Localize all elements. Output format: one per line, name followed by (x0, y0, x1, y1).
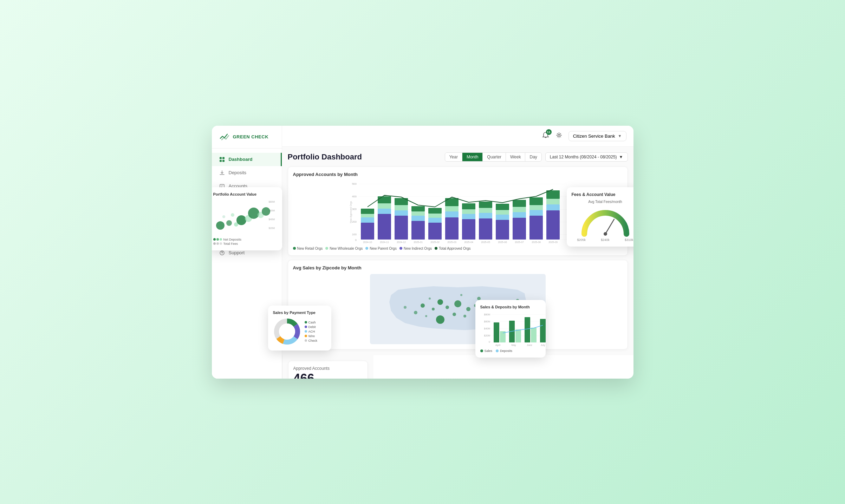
sales-deposits-title: Sales & Deposits by Month (480, 305, 541, 309)
svg-point-14 (222, 254, 222, 254)
svg-rect-53 (462, 219, 475, 240)
debit-label: Debit (308, 325, 316, 329)
svg-point-101 (463, 315, 466, 318)
svg-rect-58 (479, 213, 492, 218)
period-year-button[interactable]: Year (445, 153, 462, 161)
total-fees-dot2 (216, 242, 219, 245)
svg-text:200: 200 (352, 220, 357, 223)
portfolio-total-fees-legend: Total Fees (213, 242, 277, 246)
sidebar-item-deposits[interactable]: Deposits (212, 166, 282, 179)
deposits-legend-item: Deposits (496, 349, 512, 353)
map-chart-title: Avg Sales by Zipcode by Month (293, 265, 623, 270)
total-fees-label: Total Fees (223, 242, 238, 246)
svg-rect-48 (428, 208, 442, 214)
sales-legend-item: Sales (480, 349, 493, 353)
svg-rect-50 (445, 211, 459, 217)
settings-button[interactable] (555, 131, 563, 141)
svg-rect-75 (546, 199, 560, 204)
legend-wholesale-label: New Wholesale Orgs (330, 247, 363, 250)
period-month-button[interactable]: Month (462, 153, 483, 161)
sales-dot (480, 349, 483, 352)
svg-text:$40M: $40M (484, 327, 490, 330)
check-label: Check (308, 339, 318, 342)
svg-point-90 (421, 303, 425, 308)
svg-rect-59 (479, 208, 492, 213)
svg-text:July: July (540, 344, 545, 347)
period-quarter-button[interactable]: Quarter (483, 153, 506, 161)
svg-text:$20M: $20M (484, 334, 490, 337)
sales-deposits-legend: Sales Deposits (480, 349, 541, 353)
svg-rect-57 (479, 218, 492, 240)
ach-label: ACH (308, 330, 315, 333)
svg-text:$60M: $60M (484, 320, 490, 323)
legend-total: Total Approved Orgs (435, 247, 471, 250)
svg-rect-51 (445, 206, 459, 211)
legend-wholesale-color (325, 247, 328, 250)
approved-accounts-value: 466 (293, 372, 363, 379)
app-header: 11 Citizen Service Bank ▼ (282, 126, 633, 147)
gauge-label: Avg Total Fees/month (572, 200, 633, 204)
svg-text:2025-04: 2025-04 (464, 241, 473, 243)
date-range-chevron-icon: ▼ (619, 155, 623, 159)
svg-point-144 (279, 323, 295, 340)
payment-ach: ACH (305, 330, 318, 333)
period-day-button[interactable]: Day (525, 153, 541, 161)
svg-rect-32 (361, 209, 374, 214)
svg-text:500: 500 (352, 182, 357, 185)
us-map (293, 274, 623, 344)
svg-text:100: 100 (352, 233, 357, 236)
svg-point-100 (453, 313, 456, 316)
logo-area: GREEN CHECK (212, 126, 282, 149)
svg-text:2025-05: 2025-05 (481, 241, 490, 243)
svg-point-15 (558, 134, 560, 136)
legend-parent: New Parent Orgs (365, 247, 397, 250)
sidebar-item-deposits-label: Deposits (229, 170, 247, 175)
svg-rect-69 (529, 216, 543, 240)
net-deposits-label: Net Deposits (223, 238, 242, 241)
notification-badge: 11 (546, 129, 552, 135)
date-range-selector[interactable]: Last 12 Months (08/2024 - 08/2025) ▼ (545, 152, 628, 162)
svg-text:2025-08: 2025-08 (532, 241, 541, 243)
svg-point-127 (226, 220, 232, 226)
svg-text:$80M: $80M (268, 201, 275, 203)
charts-row-2: Avg Sales by Zipcode by Month (288, 260, 628, 349)
content-area: Portfolio Dashboard Year Month Quarter W… (282, 147, 633, 379)
sales-deposits-chart: $80M $60M $40M $20M 0 April (480, 312, 547, 347)
approved-accounts-label: Approved Accounts (293, 366, 363, 371)
svg-text:April: April (495, 344, 500, 347)
fees-card-title: Fees & Account Value (572, 192, 633, 197)
svg-text:400: 400 (352, 195, 357, 198)
svg-rect-31 (361, 214, 374, 217)
svg-point-95 (466, 307, 470, 311)
svg-text:May: May (511, 344, 516, 347)
legend-retail-color (293, 247, 296, 250)
gauge-chart (577, 206, 633, 237)
svg-rect-74 (546, 204, 560, 210)
svg-rect-44 (411, 206, 425, 211)
check-dot (305, 339, 307, 342)
svg-rect-61 (496, 220, 509, 240)
svg-text:2024-12: 2024-12 (397, 241, 406, 243)
sidebar-item-dashboard[interactable]: Dashboard (212, 153, 282, 166)
svg-rect-64 (496, 204, 509, 210)
svg-rect-41 (411, 221, 425, 240)
svg-rect-60 (479, 202, 492, 208)
svg-text:300: 300 (352, 208, 357, 211)
net-deposits-dot2 (216, 238, 219, 241)
svg-rect-68 (513, 200, 526, 207)
svg-point-126 (216, 221, 225, 230)
period-week-button[interactable]: Week (506, 153, 525, 161)
svg-rect-160 (531, 328, 537, 342)
legend-retail: New Retail Orgs (293, 247, 323, 250)
bank-selector[interactable]: Citizen Service Bank ▼ (568, 131, 626, 141)
dashboard-main: Portfolio Dashboard Year Month Quarter W… (282, 147, 633, 355)
svg-rect-67 (513, 207, 526, 212)
notification-button[interactable]: 11 (542, 131, 550, 140)
svg-rect-70 (529, 210, 543, 216)
portfolio-net-deposits-legend: Net Deposits (213, 238, 277, 241)
sales-label: Sales (485, 349, 493, 353)
legend-wholesale: New Wholesale Orgs (325, 247, 363, 250)
svg-rect-30 (361, 217, 374, 223)
svg-point-93 (446, 306, 449, 309)
svg-rect-29 (361, 223, 374, 240)
